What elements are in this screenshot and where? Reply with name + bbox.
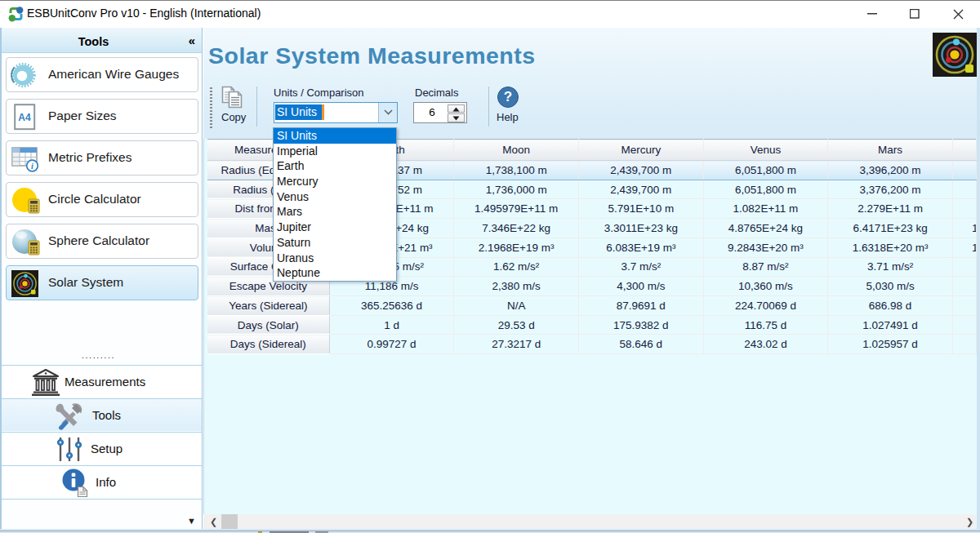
svg-text:A4: A4 (18, 112, 31, 123)
svg-text:i: i (31, 162, 33, 171)
